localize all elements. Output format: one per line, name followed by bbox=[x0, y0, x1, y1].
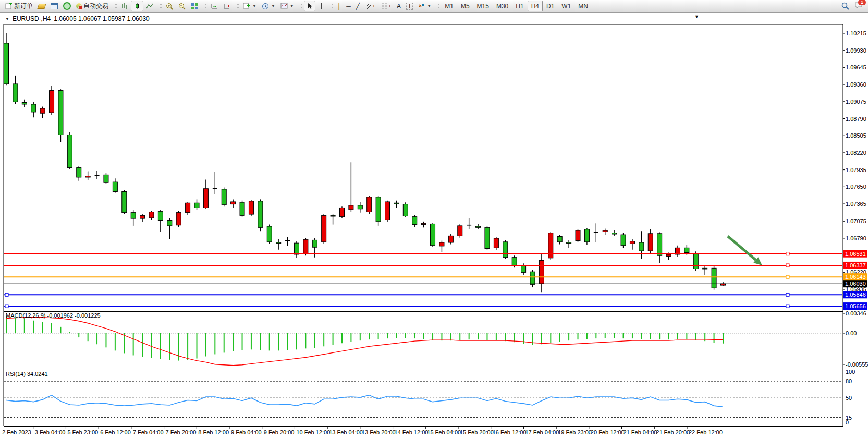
time-axis[interactable]: 2 Feb 20233 Feb 04:005 Feb 23:006 Feb 12… bbox=[2, 426, 723, 435]
time-axis-label: 7 Feb 04:00 bbox=[133, 429, 164, 435]
chart-canvas[interactable]: 1.102151.099301.096451.093601.090751.087… bbox=[0, 24, 868, 438]
price-axis-tick: 1.07935 bbox=[846, 167, 866, 173]
vertical-line-tool[interactable]: │ bbox=[335, 1, 344, 11]
line-chart-icon bbox=[146, 3, 153, 9]
line-handle[interactable] bbox=[5, 293, 8, 296]
line-handle[interactable] bbox=[786, 275, 789, 278]
chart-shift-marker[interactable]: ▼ bbox=[694, 14, 699, 19]
candle bbox=[203, 180, 208, 209]
candle bbox=[167, 218, 172, 239]
candle bbox=[403, 202, 408, 217]
tab-timeframe-h1[interactable]: H1 bbox=[512, 1, 527, 11]
new-order-button[interactable]: 新订单 bbox=[3, 1, 35, 11]
tab-timeframe-m5[interactable]: M5 bbox=[457, 1, 473, 11]
line-handle[interactable] bbox=[786, 264, 789, 267]
search-icon[interactable] bbox=[841, 2, 849, 10]
indicators-button[interactable]: ▼ bbox=[240, 1, 259, 11]
tab-timeframe-m1[interactable]: M1 bbox=[441, 1, 457, 11]
candle bbox=[322, 214, 326, 244]
line-handle[interactable] bbox=[786, 293, 789, 296]
candle bbox=[675, 246, 680, 257]
line-chart-button[interactable] bbox=[143, 1, 156, 11]
tab-timeframe-m30[interactable]: M30 bbox=[493, 1, 512, 11]
label-tool[interactable]: T bbox=[404, 1, 415, 11]
auto-scroll-button[interactable] bbox=[208, 1, 221, 11]
price-label: 1.06531 bbox=[845, 251, 866, 257]
signals-button[interactable] bbox=[60, 1, 74, 11]
notification-badge: 1 bbox=[858, 0, 866, 5]
candle bbox=[77, 166, 81, 181]
tab-timeframe-d1[interactable]: D1 bbox=[543, 1, 558, 11]
tile-windows-button[interactable] bbox=[188, 1, 201, 11]
candle bbox=[31, 102, 36, 117]
line-handle[interactable] bbox=[786, 252, 789, 256]
candle bbox=[412, 215, 417, 227]
fibonacci-tool-sub: F bbox=[389, 4, 392, 8]
time-axis-label: 20 Feb 12:00 bbox=[591, 429, 625, 435]
auto-trading-icon bbox=[76, 3, 82, 9]
channel-tool-sub: E bbox=[373, 4, 376, 8]
chevron-down-icon: ▼ bbox=[252, 4, 256, 8]
trendline-tool[interactable]: ╱ bbox=[353, 1, 362, 11]
price-label: 1.06337 bbox=[845, 262, 866, 269]
chart-menu-dropdown[interactable]: ▼ bbox=[5, 17, 9, 21]
market-watch-button[interactable] bbox=[35, 1, 48, 11]
timeframe-group: M1M5M15M30H1H4D1W1MN bbox=[435, 1, 593, 12]
bar-chart-button[interactable] bbox=[118, 1, 131, 11]
arrows-tool[interactable]: ▼ bbox=[415, 1, 434, 11]
arrow-annotation[interactable] bbox=[728, 236, 756, 260]
tab-timeframe-w1[interactable]: W1 bbox=[558, 1, 574, 11]
candle bbox=[85, 171, 90, 180]
zoom-out-button[interactable] bbox=[176, 1, 188, 11]
candle bbox=[176, 211, 181, 227]
mt4-window: 新订单 自动交易 bbox=[0, 0, 868, 438]
time-axis-label: 8 Feb 12:00 bbox=[198, 429, 229, 435]
channel-tool[interactable]: E bbox=[362, 1, 378, 11]
data-window-button[interactable] bbox=[48, 1, 60, 11]
time-axis-label: 19 Feb 23:00 bbox=[558, 429, 592, 435]
cursor-arrow-icon bbox=[307, 3, 313, 9]
candle bbox=[67, 132, 72, 169]
crosshair-icon bbox=[318, 3, 325, 9]
candle bbox=[567, 240, 571, 248]
zoom-in-button[interactable] bbox=[163, 1, 176, 11]
candle bbox=[358, 202, 362, 213]
candle bbox=[476, 224, 481, 229]
tab-timeframe-m15[interactable]: M15 bbox=[473, 1, 493, 11]
text-tool[interactable]: A bbox=[394, 1, 404, 11]
candlestick-chart-button[interactable] bbox=[131, 1, 143, 11]
new-order-icon bbox=[5, 3, 13, 9]
toolbar-right: 1 bbox=[841, 2, 868, 11]
horizontal-line-icon: ─ bbox=[346, 3, 351, 9]
templates-button[interactable]: ▼ bbox=[278, 1, 297, 11]
tab-timeframe-mn[interactable]: MN bbox=[574, 1, 592, 11]
arrange-group bbox=[202, 1, 235, 12]
rsi-label: RSI(14) 34.0241 bbox=[6, 371, 48, 377]
periods-button[interactable]: ▼ bbox=[259, 1, 278, 11]
cursor-button[interactable] bbox=[304, 1, 315, 11]
price-axis-tick: 1.09075 bbox=[846, 99, 866, 105]
crosshair-button[interactable] bbox=[315, 1, 327, 11]
time-axis-label: 22 Feb 12:00 bbox=[689, 429, 723, 435]
time-axis-label: 14 Feb 12:00 bbox=[395, 429, 429, 435]
chart-shift-button[interactable] bbox=[221, 1, 233, 11]
price-axis-tick: 1.07650 bbox=[846, 184, 866, 190]
tab-timeframe-h4[interactable]: H4 bbox=[528, 1, 543, 11]
macd-signal-line bbox=[6, 318, 723, 366]
candle bbox=[648, 229, 653, 253]
line-handle[interactable] bbox=[786, 305, 789, 308]
auto-trading-button[interactable]: 自动交易 bbox=[74, 1, 111, 11]
cursor-group bbox=[298, 1, 329, 12]
signal-icon bbox=[63, 2, 71, 10]
candle bbox=[140, 214, 145, 222]
candlestick-icon bbox=[133, 3, 141, 9]
new-order-label: 新订单 bbox=[14, 2, 33, 10]
fibonacci-tool[interactable]: F bbox=[378, 1, 394, 11]
price-label: 1.05656 bbox=[845, 303, 866, 309]
candle bbox=[240, 201, 244, 217]
line-handle[interactable] bbox=[5, 305, 8, 308]
horizontal-line-tool[interactable]: ─ bbox=[344, 1, 353, 11]
notifications-button[interactable]: 1 bbox=[854, 2, 863, 11]
candle bbox=[693, 251, 698, 271]
fibonacci-icon bbox=[381, 3, 388, 9]
